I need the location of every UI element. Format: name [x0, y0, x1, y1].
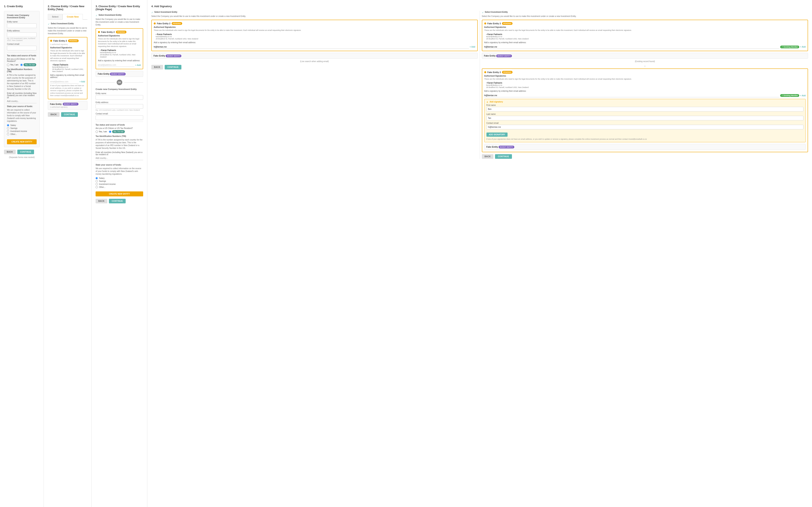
entity-name-input[interactable]: [7, 23, 37, 28]
expanded-other-entity[interactable]: Fake Entity INVEST ENTITY: [484, 144, 806, 150]
continue-button-s2[interactable]: CONTINUE: [61, 112, 78, 117]
expanded-entity-name: Fake Entity 2: [488, 71, 501, 73]
section-create-entity: 1. Create Entity Create new Company Inve…: [0, 0, 44, 507]
s3-select-intro: Select the Company you would like to use…: [96, 18, 143, 26]
signatory-item: Karan Fadnavis karan@dealsy.co.nz 28 Bra…: [50, 64, 85, 72]
contact-email-input[interactable]: [7, 46, 37, 50]
s4c1-email-input[interactable]: [154, 45, 469, 49]
s4c2-title: Select Investment Entity: [485, 11, 508, 13]
panel-title: Create new Company Investment Entity: [7, 14, 37, 19]
select-entity-title: Select Investment Entity: [51, 22, 74, 25]
live-search-label: (Live search when adding email): [151, 60, 478, 62]
s3-other-entity[interactable]: Fake Entity INVEST ENTITY: [96, 71, 143, 77]
contact-email-label2: Contact email: [487, 122, 804, 124]
s3-other-badge: INVEST ENTITY: [110, 73, 125, 75]
s3-investment[interactable]: Investment income: [96, 183, 143, 185]
expanded-add-btn[interactable]: + Add: [800, 95, 806, 97]
s3-countries-input[interactable]: [96, 156, 143, 160]
expanded-sig-item: Karan Fadnavis karan@dealsy.co.nz 28 Bra…: [484, 82, 806, 88]
add-signatory-submit-btn[interactable]: ADD SIGNATORY: [487, 132, 508, 137]
s4c2-expanded-card: Fake Entity 2 PENDING Authorised Signato…: [482, 68, 808, 152]
countries-input[interactable]: [7, 99, 37, 103]
s4c2-dot: [484, 22, 486, 24]
tab-create-new[interactable]: Create New: [62, 14, 83, 20]
expanded-sig-title: Authorised Signatories: [484, 75, 806, 77]
section1-title: 1. Create Entity: [4, 5, 40, 8]
back-btn-s4c2[interactable]: BACK: [482, 154, 494, 159]
s3-address-input[interactable]: [96, 104, 143, 109]
add-signatory-btn[interactable]: + Add: [80, 80, 85, 83]
s3-other[interactable]: Other...: [96, 186, 143, 188]
fund-salary[interactable]: Salary: [7, 124, 37, 126]
s4c1-other-entity[interactable]: Fake Entity INVEST ENTITY: [151, 53, 478, 59]
funds-desc: We are required to collect information o…: [7, 109, 37, 123]
back-button-s1[interactable]: BACK: [4, 150, 16, 154]
continue-btn-s4c2[interactable]: CONTINUE: [495, 154, 512, 159]
entity-bottom-card[interactable]: Fake Entity INVEST ENTITY 1 authorised s…: [48, 101, 88, 110]
other-entity-sigs: 1 authorised signatory: [50, 106, 85, 108]
separate-forms-note: (Separate forms now nested): [4, 156, 40, 158]
us-citizen-label: Are you a US Citizen or US Tax Resident?: [7, 58, 37, 62]
s3-add-btn[interactable]: + Add: [135, 64, 141, 66]
s3-no-opt[interactable]: No, I'm not: [109, 130, 125, 133]
continue-button-s1[interactable]: CONTINUE: [17, 150, 34, 154]
select-checkmark: ✓: [48, 23, 50, 25]
s3-entity-name-label: Entity name:: [96, 92, 143, 95]
tin-desc: A TIN is the number assigned by each cou…: [7, 74, 37, 91]
tab-select[interactable]: Select: [48, 14, 62, 19]
s4c1-entity-card[interactable]: Fake Entity 2 PENDING Authorised Signato…: [151, 20, 478, 51]
s3-create-section: Create new Company Investment Entity Ent…: [96, 88, 143, 196]
s3-yes-opt[interactable]: Yes, I am: [96, 130, 107, 133]
entity-address-input[interactable]: [7, 33, 37, 37]
s3-entity-name-input[interactable]: [96, 95, 143, 100]
entity-card-selected[interactable]: Fake Entity 2 PENDING 1 authorised signa…: [48, 37, 88, 99]
down-arrow: ↓: [482, 64, 808, 68]
s3-sig-title: Authorised Signatories: [98, 35, 141, 37]
create-entity-button[interactable]: CREATE NEW ENTITY: [7, 139, 37, 144]
back-button-s2[interactable]: BACK: [48, 112, 59, 117]
s4c1-add-label: Add a signatory by entering their email …: [154, 41, 475, 44]
s4c2-add-label: Add a signatory by entering their email …: [484, 41, 806, 44]
s3-select-section: ✓ Select Investment Entity Select the Co…: [96, 14, 143, 77]
section3-title: 3. Choose Entity / Create New Entity (Si…: [96, 5, 143, 11]
select-entity-intro: Select the Company you would like to use…: [48, 27, 88, 35]
continue-btn-s4c1[interactable]: CONTINUE: [165, 65, 182, 69]
s3-funds-label: State your source of funds:: [96, 164, 143, 166]
select-entity-section: ✓ Select Investment Entity Select the Co…: [48, 22, 88, 110]
sig-desc: These are the individuals who need to si…: [50, 50, 85, 62]
s4c1-add-btn[interactable]: + Add: [470, 46, 475, 48]
fund-other[interactable]: Other...: [7, 133, 37, 135]
s4c1-sig-item: Karan Fadnavis karan@dealsy.co.nz 28 Bra…: [154, 33, 475, 40]
or-separator: OR: [117, 79, 122, 85]
entity-name: Fake Entity 2: [53, 40, 67, 42]
add-signatory-email-input[interactable]: [50, 80, 79, 83]
s4c2-add-btn[interactable]: + Add: [800, 46, 806, 48]
tin-title: Tax Identification Numbers (TIN): [7, 68, 37, 73]
back-btn-s4c1[interactable]: BACK: [151, 65, 163, 69]
continue-button-s3[interactable]: CONTINUE: [109, 199, 125, 203]
s4c1-other-name: Fake Entity: [154, 55, 165, 57]
section2-title: 2. Choose Entity / Create New Entity (Ta…: [48, 5, 88, 11]
s3-signatory-email-input[interactable]: [98, 63, 135, 67]
s4c2-email-input[interactable]: [484, 45, 779, 49]
s3-salary[interactable]: Salary: [96, 177, 143, 179]
countries-label: Enter all countries (including New Zeala…: [7, 92, 37, 99]
s4c2-other-entity[interactable]: Fake Entity INVEST ENTITY: [482, 53, 808, 59]
s3-entity-card[interactable]: Fake Entity 2 PENDING Authorised Signato…: [96, 28, 143, 69]
last-name-input[interactable]: [487, 116, 804, 120]
entity-name-label: Entity name:: [7, 21, 37, 23]
contact-email-input2[interactable]: [487, 125, 804, 129]
yes-option[interactable]: Yes, I am: [7, 64, 18, 66]
back-button-s3[interactable]: BACK: [96, 199, 107, 203]
s3-tin-title: Tax Identification Numbers (TIN): [96, 135, 143, 137]
s3-savings[interactable]: Savings: [96, 180, 143, 182]
fund-investment[interactable]: Investment income: [7, 130, 37, 132]
fund-savings[interactable]: Savings: [7, 127, 37, 129]
s3-email-input[interactable]: [96, 115, 143, 120]
s4c2-entity-card[interactable]: Fake Entity 2 PENDING Authorised Signato…: [482, 20, 808, 51]
expanded-email-input[interactable]: [484, 94, 779, 97]
s3-create-entity-btn[interactable]: CREATE NEW ENTITY: [96, 191, 143, 196]
s4c2-sig-desc: These are the individuals who need to si…: [484, 29, 806, 32]
first-name-input[interactable]: [487, 107, 804, 111]
no-option[interactable]: No, I'm not: [20, 63, 36, 66]
